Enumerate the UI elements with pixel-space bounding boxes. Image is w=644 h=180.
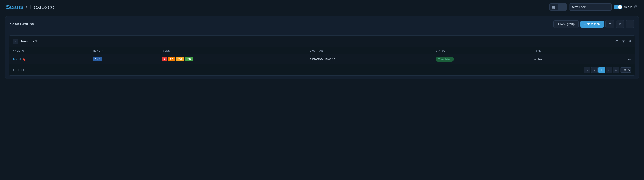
pagination-info: 1 – 1 of 1 [13, 68, 24, 72]
svg-rect-3 [554, 7, 556, 9]
pin-icon[interactable]: ⚲ [628, 39, 631, 44]
col-type: TYPE [530, 47, 594, 54]
scan-row-actions-cell: ··· [594, 54, 635, 64]
group-header: 1 Formula 1 ⚙ ▼ ⚲ [9, 36, 635, 47]
list-view-button[interactable] [558, 4, 567, 11]
risk-critical-badge: 7 [162, 57, 167, 61]
scan-type-cell: Ad Hoc [530, 54, 594, 64]
seeds-label: Seeds [624, 5, 632, 9]
group-header-right: ⚙ ▼ ⚲ [615, 39, 631, 44]
col-risks: RISKS [158, 47, 306, 54]
table-row: Ferrari 🔖 1 / 5 7 67 559 [9, 54, 635, 64]
pagination-row: 1 – 1 of 1 « ‹ 1 › » 10 25 50 [9, 64, 635, 76]
new-scan-button[interactable]: + New scan [580, 21, 604, 28]
col-actions [594, 47, 635, 54]
group-name: Formula 1 [21, 40, 37, 43]
toggle-knob [618, 5, 622, 9]
risks-group: 7 67 559 437 [162, 57, 302, 61]
svg-rect-1 [554, 6, 556, 7]
view-toggle [550, 4, 567, 11]
scan-risks-cell: 7 67 559 437 [158, 54, 306, 64]
breadcrumb-org: Hexiosec [30, 4, 54, 11]
group-number: 1 [13, 39, 18, 44]
settings-icon[interactable]: ⚙ [615, 39, 619, 44]
page-size-select[interactable]: 10 25 50 [620, 67, 631, 73]
copy-button[interactable]: ⧉ [616, 20, 624, 28]
name-sort-icon[interactable]: ⇅ [22, 50, 24, 52]
grid-view-button[interactable] [550, 4, 558, 11]
trash-icon: 🗑 [608, 22, 612, 26]
page-current-button[interactable]: 1 [598, 67, 605, 73]
group-header-left: 1 Formula 1 [13, 39, 37, 44]
panel-title: Scan Groups [10, 22, 34, 27]
panel-header: Scan Groups + New group + New scan 🗑 ⧉ ·… [5, 17, 639, 32]
more-options-button[interactable]: ··· [626, 20, 634, 28]
svg-rect-6 [561, 8, 564, 8]
table-header-row: NAME ⇅ HEALTH RISKS LAST RAN STATUS TYPE [9, 47, 635, 54]
seeds-help-icon[interactable]: ? [634, 5, 638, 9]
formula1-group: 1 Formula 1 ⚙ ▼ ⚲ NAME ⇅ HEALTH [9, 35, 635, 76]
search-input[interactable]: ferrari.com [569, 4, 612, 11]
scan-name-cell: Ferrari 🔖 [9, 54, 89, 64]
col-status: STATUS [432, 47, 530, 54]
seeds-toggle-switch[interactable] [614, 5, 622, 9]
page-first-button[interactable]: « [584, 67, 590, 73]
svg-rect-5 [561, 7, 564, 7]
filter-icon[interactable]: ▼ [622, 39, 626, 44]
col-last-ran: LAST RAN [306, 47, 432, 54]
main-content: Scan Groups + New group + New scan 🗑 ⧉ ·… [0, 14, 644, 84]
scan-name-link[interactable]: Ferrari [13, 58, 21, 61]
svg-rect-2 [552, 7, 554, 9]
page-next-button[interactable]: › [606, 67, 612, 73]
col-health: HEALTH [89, 47, 158, 54]
scan-health-cell: 1 / 5 [89, 54, 158, 64]
app-header: Scans / Hexiosec ferrari.com [0, 0, 644, 14]
copy-icon: ⧉ [619, 22, 621, 26]
page-prev-button[interactable]: ‹ [591, 67, 598, 73]
risk-medium-badge: 559 [176, 57, 184, 61]
seeds-toggle-group: Seeds ? [614, 5, 638, 9]
row-more-button[interactable]: ··· [628, 57, 631, 62]
col-name: NAME ⇅ [9, 47, 89, 54]
bookmark-icon[interactable]: 🔖 [22, 58, 26, 61]
header-controls: ferrari.com Seeds ? [550, 4, 638, 11]
breadcrumb-scans[interactable]: Scans [6, 4, 24, 11]
pagination-controls: « ‹ 1 › » 10 25 50 [584, 67, 631, 73]
health-badge: 1 / 5 [93, 57, 102, 61]
scan-groups-panel: Scan Groups + New group + New scan 🗑 ⧉ ·… [5, 16, 639, 79]
scan-last-ran-cell: 22/10/2024 15:00:29 [306, 54, 432, 64]
risk-high-badge: 67 [168, 57, 175, 61]
delete-button[interactable]: 🗑 [606, 20, 614, 28]
new-group-button[interactable]: + New group [554, 21, 578, 28]
ellipsis-icon: ··· [628, 22, 631, 26]
risk-low-badge: 437 [185, 57, 193, 61]
status-badge: Completed [436, 57, 454, 62]
scans-table: NAME ⇅ HEALTH RISKS LAST RAN STATUS TYPE [9, 47, 635, 64]
svg-rect-0 [552, 6, 554, 7]
svg-rect-4 [561, 6, 564, 6]
breadcrumb-sep: / [26, 4, 28, 11]
scan-status-cell: Completed [432, 54, 530, 64]
page-last-button[interactable]: » [613, 67, 619, 73]
breadcrumb: Scans / Hexiosec [6, 4, 54, 11]
panel-actions: + New group + New scan 🗑 ⧉ ··· [554, 20, 634, 28]
